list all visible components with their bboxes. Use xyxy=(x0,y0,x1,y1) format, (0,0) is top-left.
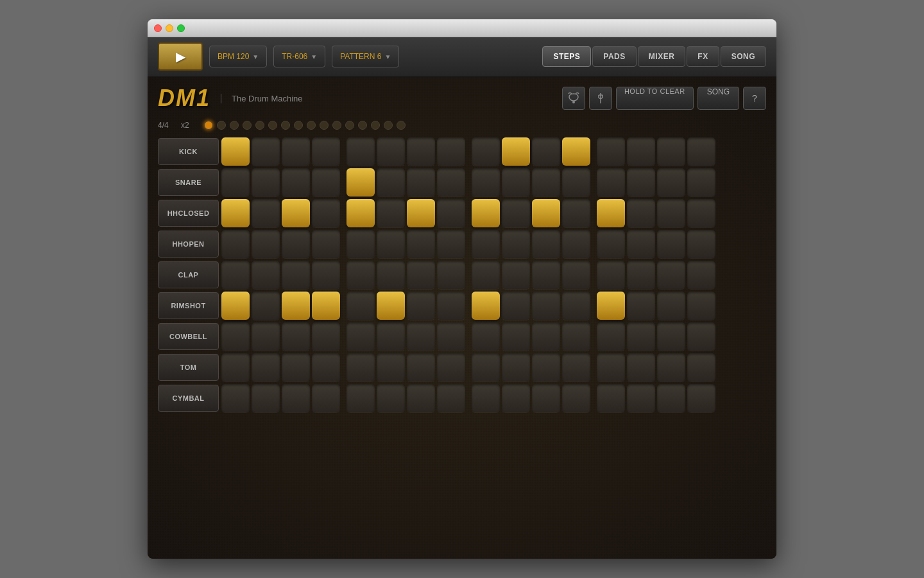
step-btn-rimshot-12[interactable] xyxy=(562,292,590,320)
step-btn-clap-13[interactable] xyxy=(597,261,625,289)
step-btn-hhopen-7[interactable] xyxy=(407,230,435,258)
step-btn-snare-10[interactable] xyxy=(502,168,530,197)
step-btn-rimshot-6[interactable] xyxy=(377,292,405,320)
tab-fx[interactable]: FX xyxy=(687,46,719,67)
step-btn-clap-6[interactable] xyxy=(377,261,405,289)
step-btn-cymbal-15[interactable] xyxy=(657,384,685,412)
step-btn-cowbell-8[interactable] xyxy=(437,322,465,351)
step-indicator-3[interactable] xyxy=(230,121,239,130)
step-btn-clap-2[interactable] xyxy=(252,261,280,289)
step-btn-cowbell-1[interactable] xyxy=(221,322,250,351)
step-btn-hhopen-16[interactable] xyxy=(687,230,715,258)
step-btn-tom-11[interactable] xyxy=(532,353,560,381)
step-indicator-10[interactable] xyxy=(320,121,329,130)
step-btn-cymbal-10[interactable] xyxy=(502,384,530,412)
step-btn-hhclosed-16[interactable] xyxy=(687,199,715,227)
step-btn-tom-7[interactable] xyxy=(407,353,435,381)
step-btn-hhclosed-6[interactable] xyxy=(377,199,405,227)
step-btn-hhopen-4[interactable] xyxy=(312,230,340,258)
minimize-button[interactable] xyxy=(166,24,173,32)
step-indicator-6[interactable] xyxy=(268,121,277,130)
step-btn-kick-12[interactable] xyxy=(562,137,590,166)
step-btn-rimshot-13[interactable] xyxy=(597,292,625,320)
step-btn-hhopen-14[interactable] xyxy=(627,230,655,258)
step-indicator-13[interactable] xyxy=(358,121,367,130)
step-btn-hhclosed-14[interactable] xyxy=(627,199,655,227)
step-btn-cowbell-9[interactable] xyxy=(472,322,500,351)
step-btn-hhclosed-15[interactable] xyxy=(657,199,685,227)
step-indicator-2[interactable] xyxy=(217,121,226,130)
step-btn-tom-9[interactable] xyxy=(472,353,500,381)
tab-mixer[interactable]: MIXER xyxy=(638,46,686,67)
song-button[interactable]: SONG xyxy=(697,87,739,110)
step-indicator-1[interactable] xyxy=(204,121,213,130)
instrument-label-clap[interactable]: CLAP xyxy=(158,261,219,288)
step-btn-hhopen-3[interactable] xyxy=(282,230,310,258)
step-btn-cymbal-9[interactable] xyxy=(472,384,500,412)
instrument-label-rimshot[interactable]: RIMSHOT xyxy=(158,292,219,319)
step-indicator-9[interactable] xyxy=(307,121,316,130)
step-btn-kick-14[interactable] xyxy=(627,137,655,166)
step-btn-cymbal-2[interactable] xyxy=(252,384,280,412)
step-btn-cowbell-3[interactable] xyxy=(282,322,310,351)
step-btn-hhopen-5[interactable] xyxy=(346,230,375,258)
step-btn-snare-13[interactable] xyxy=(597,168,625,197)
step-btn-cowbell-16[interactable] xyxy=(687,322,715,351)
step-btn-cowbell-6[interactable] xyxy=(377,322,405,351)
step-btn-tom-4[interactable] xyxy=(312,353,340,381)
step-btn-rimshot-7[interactable] xyxy=(407,292,435,320)
step-btn-hhclosed-13[interactable] xyxy=(597,199,625,227)
step-btn-clap-7[interactable] xyxy=(407,261,435,289)
step-btn-clap-8[interactable] xyxy=(437,261,465,289)
step-btn-rimshot-15[interactable] xyxy=(657,292,685,320)
step-btn-tom-15[interactable] xyxy=(657,353,685,381)
step-indicator-11[interactable] xyxy=(332,121,341,130)
step-btn-cowbell-11[interactable] xyxy=(532,322,560,351)
step-btn-kick-2[interactable] xyxy=(252,137,280,166)
step-btn-kick-5[interactable] xyxy=(346,137,375,166)
step-btn-kick-4[interactable] xyxy=(312,137,340,166)
maximize-button[interactable] xyxy=(177,24,185,32)
step-btn-hhopen-13[interactable] xyxy=(597,230,625,258)
step-btn-hhopen-1[interactable] xyxy=(221,230,250,258)
step-btn-cowbell-15[interactable] xyxy=(657,322,685,351)
step-btn-clap-3[interactable] xyxy=(282,261,310,289)
step-btn-rimshot-2[interactable] xyxy=(252,292,280,320)
step-btn-tom-14[interactable] xyxy=(627,353,655,381)
step-btn-rimshot-14[interactable] xyxy=(627,292,655,320)
tuning-fork-icon-btn[interactable] xyxy=(589,87,612,110)
step-btn-kick-9[interactable] xyxy=(472,137,500,166)
step-btn-hhopen-6[interactable] xyxy=(377,230,405,258)
step-btn-snare-3[interactable] xyxy=(282,168,310,197)
step-btn-tom-13[interactable] xyxy=(597,353,625,381)
step-btn-cowbell-4[interactable] xyxy=(312,322,340,351)
bull-icon-btn[interactable] xyxy=(562,87,585,110)
instrument-label-snare[interactable]: SNARE xyxy=(158,169,219,196)
step-btn-cowbell-7[interactable] xyxy=(407,322,435,351)
step-btn-snare-9[interactable] xyxy=(472,168,500,197)
step-btn-snare-1[interactable] xyxy=(221,168,250,197)
step-btn-hhopen-8[interactable] xyxy=(437,230,465,258)
step-btn-snare-8[interactable] xyxy=(437,168,465,197)
step-btn-tom-5[interactable] xyxy=(346,353,375,381)
step-btn-cymbal-3[interactable] xyxy=(282,384,310,412)
step-btn-kick-16[interactable] xyxy=(687,137,715,166)
step-btn-hhclosed-8[interactable] xyxy=(437,199,465,227)
instrument-label-tom[interactable]: TOM xyxy=(158,354,219,381)
step-indicator-15[interactable] xyxy=(384,121,393,130)
step-indicator-5[interactable] xyxy=(255,121,264,130)
step-btn-cymbal-14[interactable] xyxy=(627,384,655,412)
step-btn-hhclosed-2[interactable] xyxy=(252,199,280,227)
step-btn-tom-2[interactable] xyxy=(252,353,280,381)
step-btn-hhclosed-3[interactable] xyxy=(282,199,310,227)
step-btn-hhclosed-10[interactable] xyxy=(502,199,530,227)
step-btn-rimshot-11[interactable] xyxy=(532,292,560,320)
step-btn-cymbal-1[interactable] xyxy=(221,384,250,412)
step-btn-tom-16[interactable] xyxy=(687,353,715,381)
step-indicator-16[interactable] xyxy=(397,121,406,130)
step-btn-kick-8[interactable] xyxy=(437,137,465,166)
step-btn-kick-11[interactable] xyxy=(532,137,560,166)
step-indicator-7[interactable] xyxy=(281,121,290,130)
machine-selector[interactable]: TR-606 ▼ xyxy=(273,46,325,67)
step-btn-cymbal-7[interactable] xyxy=(407,384,435,412)
